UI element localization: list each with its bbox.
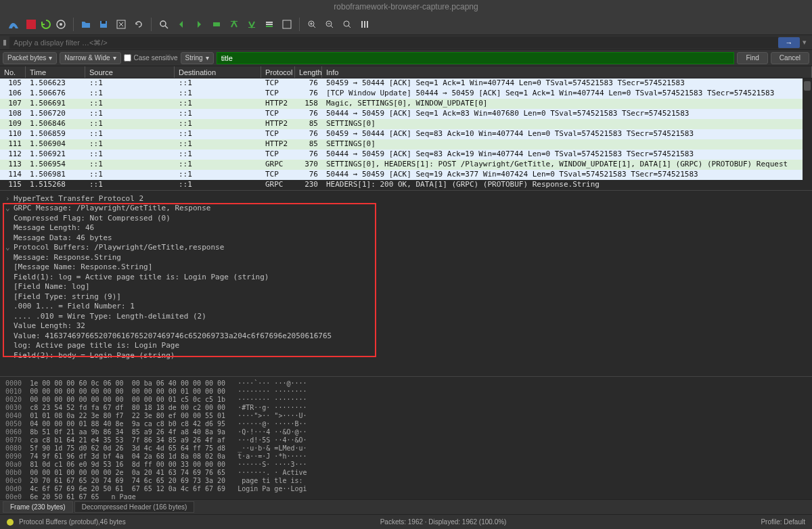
zoom-out-icon[interactable]	[321, 16, 338, 32]
colorize-icon[interactable]	[279, 16, 295, 32]
resize-columns-icon[interactable]	[357, 16, 373, 32]
go-last-icon[interactable]	[244, 16, 260, 32]
window-title: roboframework-browser-capture.pcapng	[334, 2, 478, 12]
svg-rect-10	[266, 24, 273, 25]
svg-rect-8	[248, 27, 255, 28]
hex-row[interactable]: 0000 1e 00 00 00 60 0c 06 00 00 ba 06 40…	[5, 380, 807, 388]
save-file-icon[interactable]	[95, 16, 112, 32]
col-protocol[interactable]: Protocol	[261, 66, 295, 78]
svg-rect-12	[283, 20, 291, 28]
packet-row[interactable]: 1061.506676::1::1TCP76[TCP Window Update…	[0, 89, 803, 99]
packet-row[interactable]: 1151.515268::1::1GRPC230HEADERS[1]: 200 …	[0, 180, 803, 190]
hex-row[interactable]: 0070 ca c8 b1 64 21 e4 35 53 7f 86 34 85…	[5, 436, 807, 444]
search-in-select[interactable]: Packet bytes▾	[3, 52, 57, 64]
separator	[73, 18, 74, 31]
hex-row[interactable]: 00e0 6e 20 50 61 67 65 n Page	[5, 493, 807, 499]
svg-rect-7	[231, 21, 238, 22]
packet-row[interactable]: 1101.506859::1::1TCP7650459 → 50444 [ACK…	[0, 129, 803, 139]
stop-capture-icon[interactable]	[23, 16, 39, 32]
find-bar: Packet bytes▾ Narrow & Wide▾ Case sensit…	[0, 50, 812, 66]
packet-list[interactable]: 1051.506623::1::1TCP7650459 → 50444 [ACK…	[0, 78, 803, 190]
hex-row[interactable]: 00d0 4c 6f 67 69 6e 20 50 61 67 65 12 0a…	[5, 485, 807, 493]
go-forward-icon[interactable]	[191, 16, 207, 32]
svg-rect-11	[266, 26, 273, 27]
packet-row[interactable]: 1121.506921::1::1TCP7650444 → 50459 [ACK…	[0, 150, 803, 160]
bytes-tabs: Frame (230 bytes) Decompressed Header (1…	[0, 499, 812, 514]
packet-row[interactable]: 1081.506720::1::1TCP7650444 → 50459 [ACK…	[0, 109, 803, 119]
hex-row[interactable]: 0080 5f 90 1d 75 d0 62 0d 26 3d 4c 4d 65…	[5, 444, 807, 453]
hex-row[interactable]: 00a0 81 0d c1 06 e0 9d 53 16 8d ff 00 00…	[5, 461, 807, 469]
svg-rect-17	[364, 21, 365, 28]
col-time[interactable]: Time	[26, 66, 85, 78]
svg-point-1	[60, 23, 62, 26]
status-left: Protocol Buffers (protobuf),46 bytes	[19, 518, 126, 526]
hex-row[interactable]: 0020 00 00 00 00 00 00 00 00 00 00 00 01…	[5, 396, 807, 404]
packet-list-scrollbar[interactable]	[803, 78, 812, 190]
col-destination[interactable]: Destination	[175, 66, 261, 78]
packet-row[interactable]: 1131.506954::1::1GRPC370SETTINGS[0], HEA…	[0, 160, 803, 170]
separator	[151, 18, 152, 31]
case-sensitive-checkbox[interactable]: Case sensitive	[124, 54, 178, 62]
status-packets: Packets: 1962 · Displayed: 1962 (100.0%)	[380, 518, 507, 526]
hex-row[interactable]: 0060 8b 51 0f 21 aa 9b 86 34 85 a9 26 4f…	[5, 428, 807, 436]
packet-list-header: No. Time Source Destination Protocol Len…	[0, 66, 812, 78]
col-length[interactable]: Length	[295, 66, 322, 78]
packet-row[interactable]: 1141.506981::1::1TCP7650444 → 50459 [ACK…	[0, 170, 803, 180]
hex-row[interactable]: 00b0 00 00 01 00 00 00 00 2e 0a 20 41 63…	[5, 469, 807, 477]
hex-row[interactable]: 0050 04 00 00 00 01 88 40 8e 9a ca c8 b0…	[5, 420, 807, 428]
statusbar: Protocol Buffers (protobuf),46 bytes Pac…	[0, 514, 812, 529]
toolbar	[0, 14, 812, 35]
packet-row[interactable]: 1071.506691::1::1HTTP2158Magic, SETTINGS…	[0, 99, 803, 109]
svg-point-5	[160, 21, 166, 26]
zoom-in-icon[interactable]	[304, 16, 320, 32]
cancel-button[interactable]: Cancel	[771, 52, 809, 64]
close-file-icon[interactable]	[113, 16, 129, 32]
display-filter-bar: ▮ → ▾	[0, 35, 812, 50]
open-file-icon[interactable]	[78, 16, 94, 32]
filter-dropdown-icon[interactable]: ▾	[800, 38, 809, 47]
packet-row[interactable]: 1111.506904::1::1HTTP285SETTINGS[0]	[0, 139, 803, 150]
svg-point-15	[344, 21, 349, 26]
svg-rect-6	[213, 22, 220, 26]
svg-rect-3	[102, 21, 106, 24]
col-info[interactable]: Info	[322, 66, 812, 78]
packet-bytes-pane[interactable]: 0000 1e 00 00 00 60 0c 06 00 00 ba 06 40…	[0, 376, 812, 499]
display-filter-input[interactable]	[9, 37, 778, 49]
packet-row[interactable]: 1091.506846::1::1HTTP285SETTINGS[0]	[0, 119, 803, 129]
reload-file-icon[interactable]	[131, 16, 147, 32]
restart-capture-icon[interactable]	[41, 19, 51, 30]
status-profile[interactable]: Profile: Default	[761, 518, 805, 526]
col-no[interactable]: No.	[0, 66, 26, 78]
packet-row[interactable]: 1051.506623::1::1TCP7650459 → 50444 [ACK…	[0, 78, 803, 89]
find-button[interactable]: Find	[737, 52, 767, 64]
jump-packet-icon[interactable]	[208, 16, 225, 32]
svg-rect-9	[266, 22, 273, 23]
capture-options-icon[interactable]	[53, 16, 69, 32]
search-value-input[interactable]	[217, 52, 735, 64]
shark-fin-icon[interactable]	[5, 16, 22, 32]
col-source[interactable]: Source	[85, 66, 175, 78]
find-packet-icon[interactable]	[156, 16, 172, 32]
hex-row[interactable]: 00c0 20 70 61 67 65 20 74 69 74 6c 65 20…	[5, 477, 807, 485]
hex-row[interactable]: 0090 74 9f 61 96 df 3d bf 4a 04 2a 68 1d…	[5, 453, 807, 461]
separator	[299, 18, 300, 31]
hex-row[interactable]: 0040 01 01 08 0a 22 3e 80 f7 22 3e 80 ef…	[5, 412, 807, 420]
window-titlebar: roboframework-browser-capture.pcapng	[0, 0, 812, 14]
hex-row[interactable]: 0030 c8 23 54 52 fd fa 67 df 80 18 18 de…	[5, 404, 807, 412]
search-type-select[interactable]: String▾	[181, 52, 214, 64]
apply-filter-icon[interactable]: →	[778, 37, 800, 48]
svg-rect-16	[361, 21, 363, 28]
packet-details-tree[interactable]: ›HyperText Transfer Protocol 2 ⌄GRPC Mes…	[0, 190, 812, 376]
go-back-icon[interactable]	[173, 16, 189, 32]
autoscroll-icon[interactable]	[261, 16, 277, 32]
expert-info-icon[interactable]	[7, 519, 14, 526]
svg-rect-18	[367, 21, 368, 28]
tab-decompressed-header[interactable]: Decompressed Header (166 bytes)	[74, 501, 195, 513]
hex-row[interactable]: 0010 00 00 00 00 00 00 00 00 00 00 00 00…	[5, 388, 807, 396]
filter-bookmark-icon[interactable]: ▮	[0, 38, 9, 47]
tab-frame[interactable]: Frame (230 bytes)	[3, 501, 73, 513]
go-first-icon[interactable]	[226, 16, 242, 32]
zoom-reset-icon[interactable]	[339, 16, 355, 32]
search-width-select[interactable]: Narrow & Wide▾	[60, 52, 120, 64]
